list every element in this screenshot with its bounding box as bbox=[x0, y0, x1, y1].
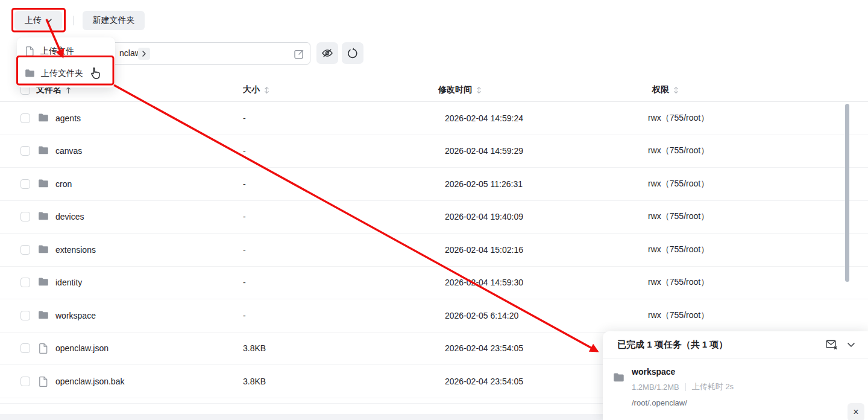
file-modified: 2026-02-05 11:26:31 bbox=[445, 179, 523, 189]
meta-divider bbox=[685, 383, 686, 391]
file-name[interactable]: workspace bbox=[55, 311, 96, 320]
folder-icon bbox=[38, 179, 49, 189]
task-duration: 上传耗时 2s bbox=[692, 381, 734, 392]
row-checkbox[interactable] bbox=[20, 113, 30, 123]
row-checkbox[interactable] bbox=[20, 377, 30, 386]
file-permission: rwx（755/root） bbox=[648, 211, 709, 222]
header-modified-time[interactable]: 修改时间 bbox=[438, 84, 482, 95]
sort-icon[interactable] bbox=[476, 86, 482, 94]
file-size: - bbox=[243, 245, 246, 255]
collapse-panel-button[interactable] bbox=[844, 337, 858, 352]
sort-icon[interactable] bbox=[263, 86, 270, 94]
file-permission: rwx（755/root） bbox=[648, 310, 709, 321]
row-checkbox[interactable] bbox=[20, 212, 30, 221]
menu-item-upload-folder[interactable]: 上传文件夹 bbox=[17, 62, 115, 84]
file-icon bbox=[38, 376, 48, 387]
file-modified: 2026-02-04 14:59:29 bbox=[445, 146, 523, 156]
chevron-down-icon bbox=[46, 19, 52, 23]
task-item: workspace 1.2MB/1.2MB 上传耗时 2s /root/.ope… bbox=[603, 359, 868, 420]
task-progress: 1.2MB/1.2MB bbox=[632, 383, 679, 392]
file-size: - bbox=[243, 212, 246, 221]
table-row[interactable]: identity - 2026-02-04 14:59:30 rwx（755/r… bbox=[0, 267, 868, 300]
path-bar: nclaw bbox=[83, 42, 310, 65]
file-size: - bbox=[243, 278, 246, 287]
row-checkbox[interactable] bbox=[20, 278, 30, 287]
file-permission: rwx（755/root） bbox=[648, 179, 709, 189]
task-panel-title: 已完成 1 项任务（共 1 项） bbox=[617, 339, 825, 351]
chevron-right-icon bbox=[142, 51, 146, 57]
edit-path-button[interactable] bbox=[294, 48, 304, 59]
file-size: - bbox=[243, 113, 246, 123]
file-name[interactable]: agents bbox=[55, 113, 81, 123]
header-size[interactable]: 大小 bbox=[243, 84, 270, 95]
header-permission[interactable]: 权限 bbox=[652, 84, 679, 95]
file-modified: 2026-02-05 6:14:20 bbox=[445, 311, 518, 320]
eye-off-icon bbox=[321, 47, 333, 59]
folder-icon bbox=[38, 211, 49, 222]
file-permission: rwx（755/root） bbox=[648, 244, 709, 255]
new-folder-button-label: 新建文件夹 bbox=[93, 15, 135, 26]
refresh-button[interactable] bbox=[342, 42, 363, 64]
file-name[interactable]: openclaw.json bbox=[55, 343, 108, 353]
table-row[interactable]: agents - 2026-02-04 14:59:24 rwx（755/roo… bbox=[0, 102, 868, 135]
table-row[interactable]: workspace - 2026-02-05 6:14:20 rwx（755/r… bbox=[0, 299, 868, 332]
file-modified: 2026-02-04 14:59:30 bbox=[445, 278, 523, 287]
menu-item-label: 上传文件 bbox=[40, 46, 74, 57]
file-name[interactable]: openclaw.json.bak bbox=[55, 377, 124, 386]
refresh-icon bbox=[347, 48, 359, 59]
file-name[interactable]: canvas bbox=[55, 146, 82, 156]
folder-icon bbox=[38, 244, 49, 255]
upload-button[interactable]: 上传 bbox=[14, 11, 62, 30]
row-checkbox[interactable] bbox=[20, 311, 30, 320]
file-modified: 2026-02-04 23:54:05 bbox=[445, 343, 523, 353]
breadcrumb-expand-chip[interactable] bbox=[138, 48, 150, 60]
file-name[interactable]: identity bbox=[55, 278, 82, 287]
row-checkbox[interactable] bbox=[20, 146, 30, 156]
upload-dropdown-menu: 上传文件 上传文件夹 bbox=[17, 37, 115, 88]
file-name[interactable]: devices bbox=[55, 212, 84, 221]
folder-icon bbox=[38, 145, 49, 156]
clear-notifications-button[interactable] bbox=[825, 337, 839, 352]
table-row[interactable]: cron - 2026-02-05 11:26:31 rwx（755/root） bbox=[0, 168, 868, 201]
table-row[interactable]: extensions - 2026-02-04 15:02:16 rwx（755… bbox=[0, 234, 868, 267]
file-modified: 2026-02-04 19:40:09 bbox=[445, 212, 523, 221]
toggle-hidden-files-button[interactable] bbox=[316, 42, 338, 64]
file-name[interactable]: cron bbox=[55, 179, 72, 189]
chevron-down-icon bbox=[848, 343, 855, 347]
file-name[interactable]: extensions bbox=[55, 245, 96, 255]
file-size: - bbox=[243, 146, 246, 156]
file-modified: 2026-02-04 14:59:24 bbox=[445, 113, 523, 123]
file-size: - bbox=[243, 179, 246, 189]
toolbar-divider bbox=[73, 16, 74, 25]
file-permission: rwx（755/root） bbox=[648, 145, 709, 156]
edit-square-icon bbox=[294, 49, 304, 59]
envelope-x-icon bbox=[826, 340, 838, 350]
new-folder-button[interactable]: 新建文件夹 bbox=[83, 11, 145, 30]
folder-icon bbox=[613, 372, 624, 384]
close-task-button[interactable]: × bbox=[848, 403, 864, 420]
file-permission: rwx（755/root） bbox=[648, 277, 709, 288]
task-item-path: /root/.openclaw/ bbox=[632, 398, 687, 407]
row-checkbox[interactable] bbox=[20, 179, 30, 189]
file-modified: 2026-02-04 23:54:05 bbox=[445, 377, 523, 386]
menu-item-upload-file[interactable]: 上传文件 bbox=[17, 40, 115, 62]
upload-button-label: 上传 bbox=[25, 15, 42, 26]
table-header: 文件名 大小 修改时间 权限 bbox=[0, 77, 868, 102]
file-size: 3.8KB bbox=[243, 377, 266, 386]
menu-item-label: 上传文件夹 bbox=[41, 68, 83, 79]
folder-icon bbox=[38, 113, 49, 124]
table-row[interactable]: canvas - 2026-02-04 14:59:29 rwx（755/roo… bbox=[0, 135, 868, 168]
row-checkbox[interactable] bbox=[20, 245, 30, 255]
file-size: - bbox=[243, 311, 246, 320]
file-permission: rwx（755/root） bbox=[648, 113, 709, 124]
file-modified: 2026-02-04 15:02:16 bbox=[445, 245, 523, 255]
table-row[interactable]: devices - 2026-02-04 19:40:09 rwx（755/ro… bbox=[0, 201, 868, 234]
row-checkbox[interactable] bbox=[20, 343, 30, 353]
sort-icon[interactable] bbox=[673, 86, 679, 94]
folder-icon bbox=[38, 310, 49, 321]
folder-icon bbox=[25, 69, 35, 78]
folder-icon bbox=[38, 277, 49, 288]
vertical-scrollbar-thumb[interactable] bbox=[845, 104, 849, 282]
upload-task-panel: 已完成 1 项任务（共 1 项） workspace 1.2MB/1.2MB 上… bbox=[603, 331, 868, 420]
file-size: 3.8KB bbox=[243, 343, 266, 353]
